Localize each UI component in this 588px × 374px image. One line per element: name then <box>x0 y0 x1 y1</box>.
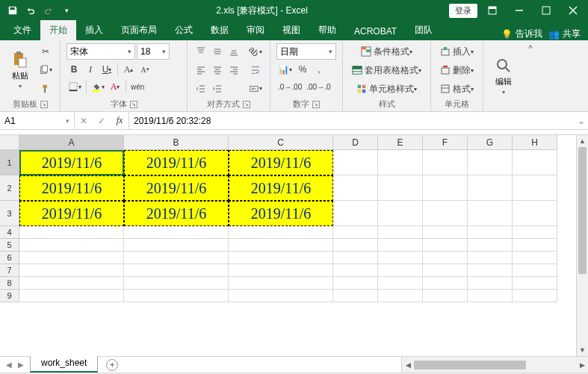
increase-decimal-button[interactable]: .0→.00 <box>276 79 303 94</box>
undo-button[interactable] <box>22 2 39 19</box>
cell[interactable] <box>468 290 513 302</box>
number-dialog-launcher[interactable]: ↘ <box>312 101 320 108</box>
cell[interactable] <box>423 175 468 201</box>
cell[interactable] <box>513 252 557 264</box>
cell[interactable] <box>513 150 557 175</box>
increase-font-button[interactable]: A▴ <box>121 62 136 77</box>
cell[interactable] <box>513 277 557 290</box>
increase-indent-button[interactable] <box>210 81 225 96</box>
font-color-button[interactable]: A▾ <box>108 79 123 94</box>
qat-customize[interactable]: ▾ <box>58 2 75 19</box>
tell-me[interactable]: 💡告诉我 <box>501 28 542 40</box>
align-middle-button[interactable] <box>210 44 225 59</box>
cell[interactable] <box>468 150 513 175</box>
login-button[interactable]: 登录 <box>449 4 477 18</box>
insert-cells-button[interactable]: 插入▾ <box>437 44 477 59</box>
select-all-corner[interactable] <box>0 135 19 150</box>
tab-file[interactable]: 文件 <box>4 20 40 40</box>
formula-input[interactable]: 2019/11/6 20:32:28 <box>129 112 575 129</box>
cut-button[interactable]: ✂ <box>37 44 54 59</box>
find-button[interactable]: 编辑 ▾ <box>489 43 518 108</box>
cell[interactable] <box>378 264 423 277</box>
cell[interactable] <box>19 239 124 252</box>
minimize-button[interactable] <box>507 2 531 19</box>
cell[interactable] <box>124 277 229 290</box>
format-painter-button[interactable] <box>37 81 54 96</box>
tab-formulas[interactable]: 公式 <box>166 20 202 40</box>
cell[interactable] <box>333 226 378 239</box>
cell-styles-button[interactable]: 单元格样式▾ <box>349 81 424 96</box>
font-size-combo[interactable]: 18▾ <box>137 43 170 60</box>
font-name-combo[interactable]: 宋体▾ <box>66 43 135 60</box>
cell[interactable] <box>333 150 378 175</box>
comma-button[interactable]: , <box>312 62 327 77</box>
cell[interactable] <box>19 226 124 239</box>
cell[interactable] <box>468 277 513 290</box>
collapse-ribbon-button[interactable]: ^ <box>524 40 537 111</box>
cell[interactable] <box>468 239 513 252</box>
cell[interactable] <box>513 239 557 252</box>
sheet-tab[interactable]: work_sheet <box>30 356 98 373</box>
row-header[interactable]: 8 <box>0 277 19 290</box>
cell[interactable] <box>124 226 229 239</box>
scroll-left-button[interactable]: ◀ <box>402 361 414 369</box>
column-header[interactable]: G <box>468 135 513 150</box>
cell[interactable] <box>19 252 124 264</box>
table-format-button[interactable]: 套用表格格式▾ <box>349 63 424 78</box>
tab-help[interactable]: 帮助 <box>309 20 345 40</box>
cell[interactable] <box>423 201 468 226</box>
accounting-format-button[interactable]: 📊▾ <box>276 62 294 77</box>
cell[interactable] <box>124 264 229 277</box>
cell[interactable] <box>333 264 378 277</box>
number-format-combo[interactable]: 日期▾ <box>276 43 336 60</box>
copy-button[interactable]: ▾ <box>37 63 54 78</box>
align-left-button[interactable] <box>194 63 208 78</box>
cell[interactable] <box>229 252 333 264</box>
redo-button[interactable] <box>40 2 57 19</box>
format-cells-button[interactable]: 格式▾ <box>437 81 477 96</box>
align-center-button[interactable] <box>210 63 225 78</box>
cell[interactable] <box>378 226 423 239</box>
column-header[interactable]: F <box>423 135 468 150</box>
merge-button[interactable]: ▾ <box>247 81 264 96</box>
align-right-button[interactable] <box>226 63 241 78</box>
cell[interactable] <box>513 201 557 226</box>
cell-grid[interactable]: 2019/11/62019/11/62019/11/62019/11/62019… <box>19 150 576 302</box>
cell[interactable] <box>333 239 378 252</box>
scroll-up-button[interactable]: ▲ <box>577 135 588 147</box>
fill-color-button[interactable]: ▾ <box>90 79 106 94</box>
cell[interactable] <box>423 277 468 290</box>
scroll-right-button[interactable]: ▶ <box>576 361 588 369</box>
row-header[interactable]: 2 <box>0 175 19 201</box>
row-header[interactable]: 4 <box>0 226 19 239</box>
cancel-formula-button[interactable]: ✕ <box>75 112 93 129</box>
tab-view[interactable]: 视图 <box>273 20 309 40</box>
cell[interactable] <box>378 201 423 226</box>
expand-formula-bar[interactable]: ⌄ <box>575 112 588 129</box>
cell[interactable] <box>378 239 423 252</box>
cell[interactable] <box>229 264 333 277</box>
align-top-button[interactable] <box>194 44 208 59</box>
cell[interactable] <box>378 277 423 290</box>
column-header[interactable]: A <box>19 135 124 150</box>
cell[interactable] <box>468 264 513 277</box>
cell[interactable] <box>124 239 229 252</box>
row-header[interactable]: 9 <box>0 290 19 302</box>
scroll-thumb[interactable] <box>414 361 526 370</box>
cell[interactable]: 2019/11/6 <box>124 201 229 226</box>
save-button[interactable] <box>4 2 21 19</box>
cell[interactable] <box>423 226 468 239</box>
cell[interactable] <box>124 290 229 302</box>
confirm-formula-button[interactable]: ✓ <box>93 112 111 129</box>
cell[interactable] <box>423 239 468 252</box>
cell[interactable]: 2019/11/6 <box>124 150 229 175</box>
border-button[interactable]: ▾ <box>66 79 83 94</box>
underline-button[interactable]: U▾ <box>99 62 114 77</box>
cell[interactable] <box>468 226 513 239</box>
column-header[interactable]: H <box>513 135 557 150</box>
cell[interactable] <box>19 264 124 277</box>
row-header[interactable]: 6 <box>0 252 19 264</box>
cell[interactable] <box>513 264 557 277</box>
column-header[interactable]: B <box>124 135 229 150</box>
add-sheet-button[interactable]: + <box>104 357 120 373</box>
